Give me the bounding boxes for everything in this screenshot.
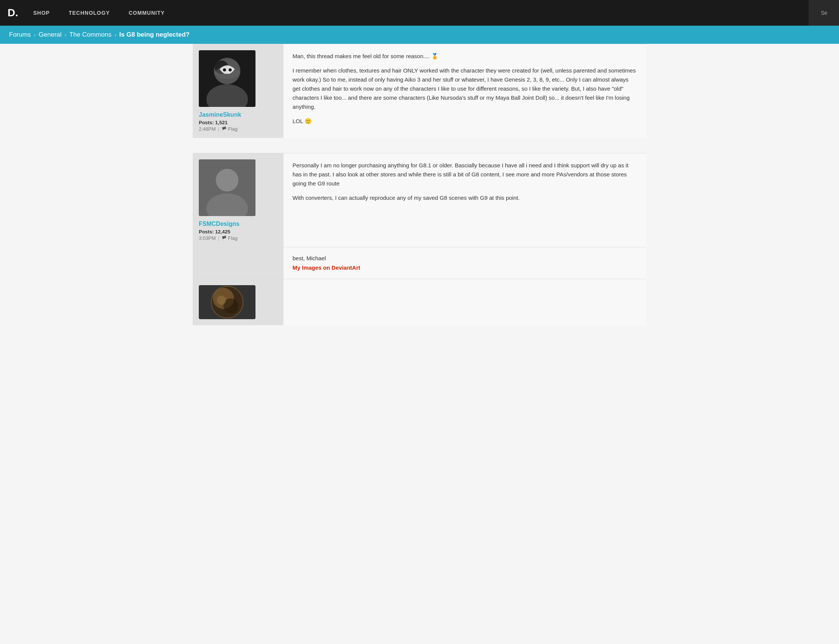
- site-logo: D.: [8, 7, 18, 19]
- breadcrumb-current: Is G8 being neglected?: [119, 31, 190, 39]
- post-text-fsmc-2: With converters, I can actually reproduc…: [293, 193, 637, 202]
- nav-links: SHOP TECHNOLOGY COMMUNITY: [33, 10, 165, 16]
- svg-point-4: [223, 68, 226, 71]
- user-sidebar-fsmc: FSMCDesigns Posts: 12,425 3:03PM | 🏴 Fla…: [193, 153, 283, 247]
- post-text-jasmine-2: I remember when clothes, textures and ha…: [293, 66, 637, 112]
- post-count-jasmine: Posts: 1,521: [199, 120, 227, 125]
- breadcrumb: Forums › General › The Commons › Is G8 b…: [0, 26, 839, 44]
- svg-point-5: [229, 68, 232, 71]
- top-navigation: D. SHOP TECHNOLOGY COMMUNITY Se: [0, 0, 839, 26]
- post-body-bottom: [283, 279, 646, 325]
- post-time-fsmc: 3:03PM | 🏴 Flag: [199, 235, 238, 241]
- post-text-jasmine-1: Man, this thread makes me feel old for s…: [293, 52, 637, 61]
- post-text-jasmine-3: LOL 🙂: [293, 117, 637, 126]
- breadcrumb-commons[interactable]: The Commons: [69, 31, 111, 39]
- sidebar-spacer-michael: [193, 247, 283, 279]
- post-text-michael: best, Michael: [293, 255, 637, 261]
- post-jasmine: JasmineSkunk Posts: 1,521 2:48PM | 🏴 Fla…: [193, 44, 646, 138]
- deviantart-link[interactable]: My Images on DeviantArt: [293, 264, 360, 271]
- breadcrumb-sep-1: ›: [34, 32, 36, 38]
- post-body-fsmc: Personally I am no longer purchasing any…: [283, 153, 646, 247]
- breadcrumb-sep-3: ›: [115, 32, 117, 38]
- breadcrumb-sep-2: ›: [65, 32, 66, 38]
- flag-button-jasmine[interactable]: 🏴 Flag: [222, 126, 237, 132]
- svg-point-12: [217, 296, 226, 305]
- breadcrumb-general[interactable]: General: [39, 31, 61, 39]
- post-text-fsmc-1: Personally I am no longer purchasing any…: [293, 161, 637, 188]
- avatar-jasmine: [199, 50, 255, 107]
- post-fsmc: FSMCDesigns Posts: 12,425 3:03PM | 🏴 Fla…: [193, 153, 646, 247]
- username-jasmine: JasmineSkunk: [199, 112, 241, 118]
- search-button[interactable]: Se: [809, 0, 839, 26]
- user-sidebar-jasmine: JasmineSkunk Posts: 1,521 2:48PM | 🏴 Fla…: [193, 44, 283, 138]
- flag-icon-fsmc: 🏴: [222, 236, 227, 241]
- avatar-fsmc: [199, 159, 255, 216]
- nav-community[interactable]: COMMUNITY: [128, 10, 165, 16]
- post-body-jasmine: Man, this thread makes me feel old for s…: [283, 44, 646, 138]
- post-count-fsmc: Posts: 12,425: [199, 229, 230, 235]
- post-time-jasmine: 2:48PM | 🏴 Flag: [199, 126, 238, 132]
- username-fsmc: FSMCDesigns: [199, 220, 240, 227]
- avatar-bottom: [199, 285, 255, 319]
- post-michael: best, Michael My Images on DeviantArt: [193, 247, 646, 279]
- nav-shop[interactable]: SHOP: [33, 10, 50, 16]
- breadcrumb-forums[interactable]: Forums: [9, 31, 31, 39]
- svg-point-7: [216, 169, 239, 192]
- nav-technology[interactable]: TECHNOLOGY: [69, 10, 110, 16]
- post-bottom-preview: [193, 279, 646, 325]
- post-body-michael: best, Michael My Images on DeviantArt: [283, 247, 646, 279]
- user-sidebar-bottom: [193, 279, 283, 325]
- flag-icon-jasmine: 🏴: [222, 127, 227, 131]
- post-spacer-1: [193, 138, 646, 153]
- flag-button-fsmc[interactable]: 🏴 Flag: [222, 235, 237, 241]
